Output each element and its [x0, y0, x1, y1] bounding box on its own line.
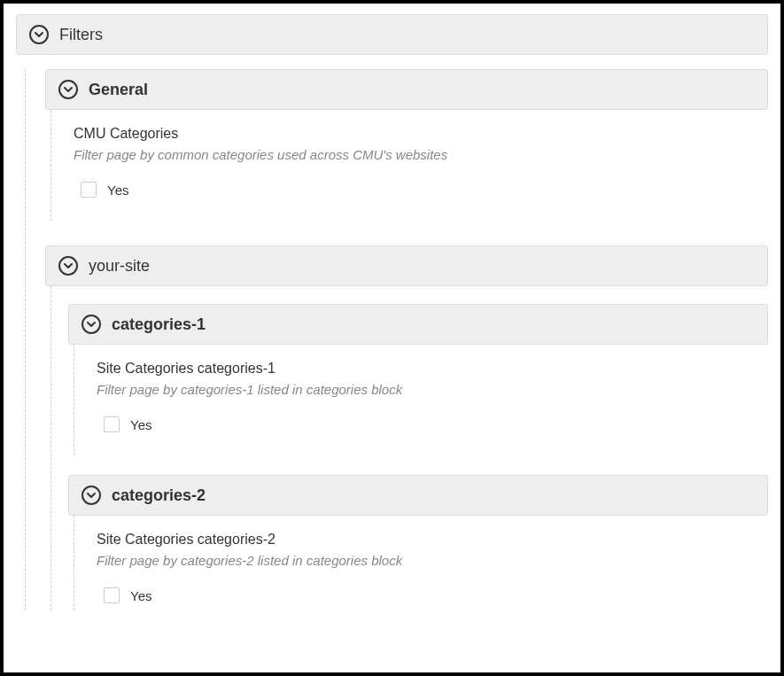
filters-content: General CMU Categories Filter page by co… [25, 69, 768, 610]
yoursite-content: categories-1 Site Categories categories-… [50, 286, 768, 610]
categories-1-title: categories-1 [112, 315, 206, 334]
categories-2-checkbox-label: Yes [130, 588, 151, 603]
categories-2-checkbox[interactable] [104, 587, 120, 603]
categories-1-checkbox-label: Yes [130, 417, 151, 432]
categories-1-content: Site Categories categories-1 Filter page… [74, 345, 768, 455]
cmu-categories-description: Filter page by common categories used ac… [74, 147, 763, 162]
categories-2-panel-header[interactable]: categories-2 [68, 475, 768, 516]
categories-1-panel-header[interactable]: categories-1 [68, 304, 768, 345]
categories-2-field-label: Site Categories categories-2 [97, 532, 763, 548]
chevron-down-icon [58, 80, 78, 99]
general-panel-header[interactable]: General [45, 69, 768, 110]
filters-panel-header[interactable]: Filters [16, 14, 768, 55]
categories-1-checkbox[interactable] [104, 416, 120, 432]
cmu-categories-checkbox[interactable] [81, 182, 97, 198]
categories-2-content: Site Categories categories-2 Filter page… [74, 516, 768, 610]
filters-title: Filters [59, 26, 103, 44]
cmu-categories-checkbox-row: Yes [74, 182, 763, 198]
general-title: General [89, 81, 148, 99]
cmu-categories-checkbox-label: Yes [107, 183, 128, 198]
categories-1-field-label: Site Categories categories-1 [97, 361, 763, 377]
categories-2-description: Filter page by categories-2 listed in ca… [97, 553, 763, 568]
categories-2-checkbox-row: Yes [97, 587, 763, 603]
chevron-down-icon [29, 25, 49, 44]
categories-1-description: Filter page by categories-1 listed in ca… [97, 382, 763, 397]
chevron-down-icon [82, 315, 101, 334]
yoursite-title: your-site [89, 257, 150, 276]
categories-1-checkbox-row: Yes [97, 416, 763, 432]
yoursite-panel-header[interactable]: your-site [45, 245, 768, 286]
general-content: CMU Categories Filter page by common cat… [50, 110, 768, 221]
cmu-categories-label: CMU Categories [74, 126, 763, 142]
chevron-down-icon [82, 486, 101, 505]
categories-2-title: categories-2 [112, 486, 206, 505]
chevron-down-icon [58, 256, 78, 276]
